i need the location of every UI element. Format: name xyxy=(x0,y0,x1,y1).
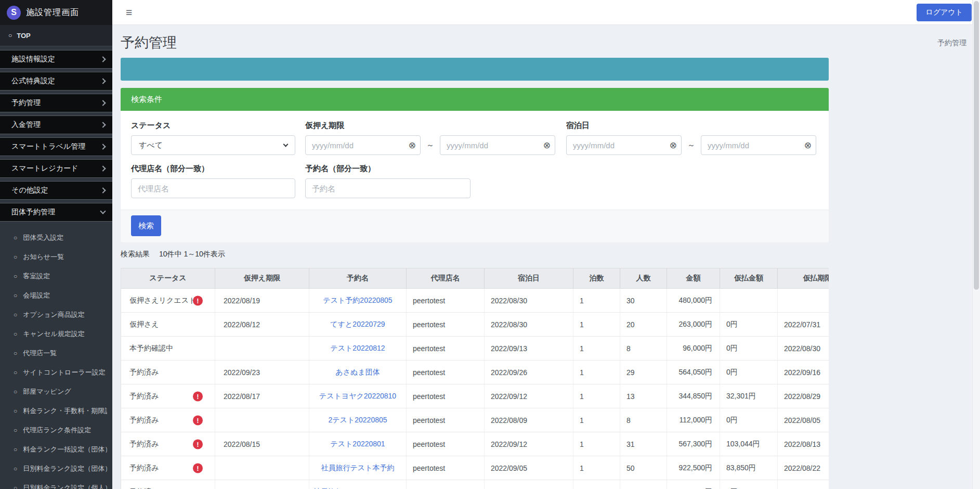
sidebar-subitem[interactable]: ○部屋マッピング xyxy=(0,382,112,401)
sidebar-menu-item[interactable]: 団体予約管理 xyxy=(0,203,112,222)
reservation-link[interactable]: 2テスト20220805 xyxy=(328,416,387,425)
sidebar-menu-item[interactable]: 施設情報設定 xyxy=(0,50,112,69)
paid-deadline-cell: 2022/08/22 xyxy=(778,456,829,480)
reservation-link[interactable]: テストヨヤク20220810 xyxy=(319,392,396,401)
hold-deadline-cell: 2022/08/02 xyxy=(215,480,309,489)
agency-cell: peertotest xyxy=(407,337,485,360)
status-cell: 仮押さえ xyxy=(121,313,215,336)
paid-amount-cell: 83,850円 xyxy=(720,456,778,480)
clear-date-icon[interactable]: ⊗ xyxy=(804,141,812,150)
sidebar-subitem[interactable]: ○客室設定 xyxy=(0,266,112,286)
circle-icon: ○ xyxy=(14,427,17,434)
paid-amount-cell: 0円 xyxy=(720,408,778,432)
search-panel-header: 検索条件 xyxy=(121,88,829,111)
sidebar-subitem[interactable]: ○料金ランク・手数料・期限設定 xyxy=(0,401,112,420)
sidebar-subitem[interactable]: ○料金ランク一括設定（団体） xyxy=(0,440,112,459)
stay-date-cell: 2022/09/26 xyxy=(485,361,573,384)
alert-icon: ! xyxy=(193,415,203,425)
agency-input[interactable] xyxy=(131,178,295,198)
status-select[interactable]: すべて xyxy=(131,135,295,155)
sidebar-menu-item[interactable]: スマートトラベル管理 xyxy=(0,137,112,156)
sidebar-subitem[interactable]: ○オプション商品設定 xyxy=(0,305,112,324)
reservation-link[interactable]: 社員旅行テスト本予約 xyxy=(321,464,395,473)
status-cell: 予約済み! xyxy=(121,456,215,480)
reservation-name-cell: てすと20220729 xyxy=(309,313,407,336)
reservation-link[interactable]: 社員旅行テストリクエスト xyxy=(313,487,402,489)
status-cell: 予約済み! xyxy=(121,408,215,432)
paid-deadline-cell: 2022/08/05 xyxy=(778,408,829,432)
circle-icon: ○ xyxy=(14,234,17,241)
sidebar-menu-item[interactable]: スマートレジカード xyxy=(0,159,112,178)
hold-deadline-cell xyxy=(215,456,309,480)
paid-amount-cell: 0円 xyxy=(720,313,778,336)
hold-deadline-from-input[interactable] xyxy=(305,135,421,155)
sidebar-subitem[interactable]: ○代理店一覧 xyxy=(0,343,112,363)
circle-icon: ○ xyxy=(14,484,17,489)
paid-amount-cell: 0円 xyxy=(720,361,778,384)
sidebar-subitem[interactable]: ○日別料金ランク設定（団体） xyxy=(0,459,112,478)
clear-date-icon[interactable]: ⊗ xyxy=(409,141,416,150)
sidebar-subitem[interactable]: ○キャンセル規定設定 xyxy=(0,324,112,343)
table-header-cell: 代理店名 xyxy=(407,268,485,288)
nights-cell: 1 xyxy=(573,456,620,480)
table-header-cell: 人数 xyxy=(620,268,667,288)
sidebar-subitem[interactable]: ○団体受入設定 xyxy=(0,228,112,247)
app-logo-icon: S xyxy=(7,6,21,20)
sidebar-menu-item[interactable]: その他設定 xyxy=(0,181,112,200)
chevron-right-icon xyxy=(100,165,106,171)
amount-cell: 564,050円 xyxy=(667,361,720,384)
scrollbar-thumb[interactable] xyxy=(974,1,979,290)
hold-deadline-to-input[interactable] xyxy=(440,135,555,155)
reservation-name-cell: あさぬま団体 xyxy=(309,361,407,384)
sidebar-subitem[interactable]: ○会場設定 xyxy=(0,286,112,305)
hold-deadline-cell xyxy=(215,408,309,432)
reservation-name-input[interactable] xyxy=(305,178,471,198)
page-title: 予約管理 xyxy=(121,33,980,52)
paid-amount-cell: 103,044円 xyxy=(720,432,778,456)
amount-cell: 344,850円 xyxy=(667,384,720,408)
clear-date-icon[interactable]: ⊗ xyxy=(670,141,677,150)
table-header-cell: 仮払期限 xyxy=(778,268,829,288)
reservation-link[interactable]: てすと20220729 xyxy=(330,320,385,329)
paid-amount-cell: 32,301円 xyxy=(720,384,778,408)
people-cell: 8 xyxy=(620,408,667,432)
nights-cell: 1 xyxy=(573,313,620,336)
sidebar-subitem[interactable]: ○お知らせ一覧 xyxy=(0,247,112,266)
reservation-name-cell: 2テスト20220805 xyxy=(309,408,407,432)
agency-cell: peertotest xyxy=(407,313,485,336)
table-row: 予約済み!2テスト20220805peertotest2022/08/09181… xyxy=(121,408,829,432)
reservation-link[interactable]: テスト20220801 xyxy=(330,440,385,449)
sidebar-menu-item[interactable]: 予約管理 xyxy=(0,94,112,112)
agency-cell: peertotest xyxy=(407,456,485,480)
chevron-right-icon xyxy=(100,144,106,149)
sidebar-item-top[interactable]: ○ TOP xyxy=(0,25,112,46)
sidebar-menu-item[interactable]: 公式特典設定 xyxy=(0,72,112,91)
stay-date-cell: 2022/09/05 xyxy=(485,456,573,480)
hold-deadline-cell: 2022/08/15 xyxy=(215,432,309,456)
reservation-link[interactable]: あさぬま団体 xyxy=(335,368,380,377)
reservation-name-cell: 社員旅行テスト本予約 xyxy=(309,456,407,480)
logout-button[interactable]: ログアウト xyxy=(917,4,972,21)
sidebar-menu-item[interactable]: 入金管理 xyxy=(0,115,112,134)
search-button[interactable]: 検索 xyxy=(131,215,161,236)
scrollbar[interactable] xyxy=(972,0,980,489)
notice-banner xyxy=(121,58,829,81)
hold-deadline-field-group: 仮押え期限 ⊗ ～ ⊗ xyxy=(305,121,555,155)
reservation-link[interactable]: テスト予約20220805 xyxy=(323,296,392,305)
status-cell: 本予約確認中 xyxy=(121,337,215,360)
table-header-cell: 宿泊日 xyxy=(485,268,573,288)
hamburger-menu-icon[interactable]: ≡ xyxy=(126,7,132,18)
stay-date-from-input[interactable] xyxy=(566,135,682,155)
stay-date-to-input[interactable] xyxy=(701,135,816,155)
sidebar-subitem[interactable]: ○代理店ランク条件設定 xyxy=(0,420,112,440)
sidebar-subitem[interactable]: ○サイトコントローラー設定 xyxy=(0,363,112,382)
hold-deadline-cell: 2022/08/12 xyxy=(215,313,309,336)
sidebar-subitem[interactable]: ○日別料金ランク設定（個人） xyxy=(0,478,112,489)
clear-date-icon[interactable]: ⊗ xyxy=(543,141,551,150)
nights-cell: 1 xyxy=(573,480,620,489)
table-header-cell: 泊数 xyxy=(573,268,620,288)
alert-icon: ! xyxy=(193,295,203,305)
people-cell: 10 xyxy=(620,480,667,489)
amount-cell: 112,000円 xyxy=(667,408,720,432)
reservation-link[interactable]: テスト20220812 xyxy=(330,344,385,353)
